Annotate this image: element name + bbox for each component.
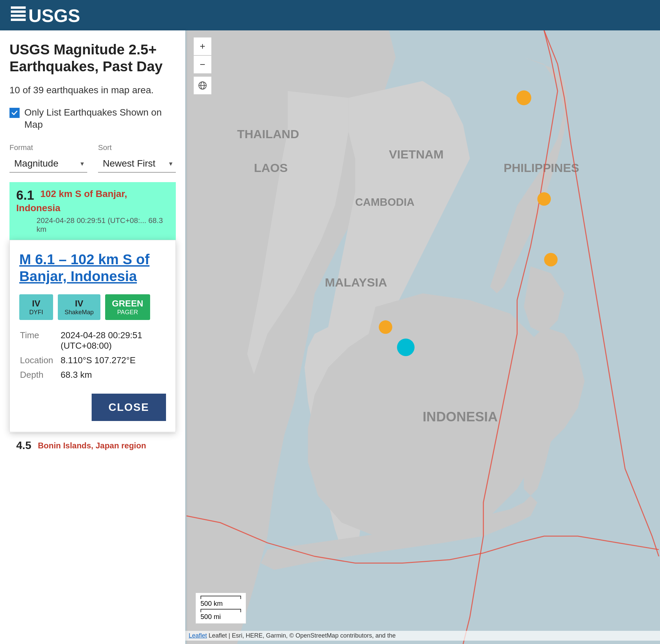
zoom-in-button[interactable]: + <box>193 37 212 55</box>
map-svg: LAOS THAILAND VIETNAM CAMBODIA MALAYSIA … <box>185 30 660 644</box>
shakemap-badge[interactable]: IV ShakeMap <box>58 294 101 320</box>
map-attribution: Leaflet Leaflet | Esri, HERE, Garmin, © … <box>185 631 660 641</box>
dyfi-badge[interactable]: IV DYFI <box>19 294 53 320</box>
time-row: Time 2024-04-28 00:29:51 (UTC+08:00) <box>20 330 165 354</box>
popup-eq-title-link[interactable]: M 6.1 – 102 km S of Banjar, Indonesia <box>19 251 166 285</box>
svg-text:CAMBODIA: CAMBODIA <box>355 196 414 208</box>
close-button[interactable]: CLOSE <box>92 394 166 421</box>
format-group: Format Magnitude Age Distance ▾ <box>9 143 87 172</box>
map-controls: + − <box>193 37 212 95</box>
leaflet-link[interactable]: Leaflet <box>189 632 207 639</box>
depth-row: Depth 68.3 km <box>20 370 165 384</box>
svg-point-14 <box>537 192 551 206</box>
svg-text:THAILAND: THAILAND <box>237 127 299 141</box>
header: USGS <box>0 0 660 30</box>
svg-text:LAOS: LAOS <box>254 161 288 175</box>
filter-checkbox-row: Only List Earthquakes Shown on Map <box>9 107 176 131</box>
svg-point-13 <box>516 91 531 106</box>
format-sort-row: Format Magnitude Age Distance ▾ Sort New… <box>9 143 176 172</box>
svg-text:USGS: USGS <box>28 5 80 25</box>
scale-bar: 500 km 500 mi <box>195 593 246 624</box>
scale-km: 500 km <box>200 600 241 607</box>
format-label: Format <box>9 143 87 152</box>
format-select[interactable]: Magnitude Age Distance <box>9 155 87 172</box>
svg-point-16 <box>379 320 392 334</box>
bottom-eq-title: Bonin Islands, Japan region <box>38 441 146 451</box>
svg-point-15 <box>544 253 557 267</box>
selected-eq-magnitude: 6.1 <box>16 188 34 203</box>
selected-eq-meta: 2024-04-28 00:29:51 (UTC+08:... 68.3 km <box>16 216 169 234</box>
format-select-wrapper: Magnitude Age Distance ▾ <box>9 155 87 172</box>
depth-value: 68.3 km <box>61 370 165 384</box>
usgs-logo: USGS <box>11 5 85 25</box>
page-title: USGS Magnitude 2.5+ Earthquakes, Past Da… <box>9 41 176 75</box>
svg-rect-0 <box>11 6 26 9</box>
sidebar: USGS Magnitude 2.5+ Earthquakes, Past Da… <box>0 30 185 644</box>
main-layout: USGS Magnitude 2.5+ Earthquakes, Past Da… <box>0 30 660 644</box>
sort-select[interactable]: Newest First Oldest First Largest Mag Sm… <box>98 155 176 172</box>
globe-button[interactable] <box>193 76 212 95</box>
location-value: 8.110°S 107.272°E <box>61 355 165 369</box>
only-shown-label: Only List Earthquakes Shown on Map <box>24 107 176 131</box>
time-label: Time <box>20 330 60 354</box>
location-row: Location 8.110°S 107.272°E <box>20 355 165 369</box>
svg-text:INDONESIA: INDONESIA <box>423 409 498 424</box>
sort-group: Sort Newest First Oldest First Largest M… <box>98 143 176 172</box>
selected-eq-list-item[interactable]: 6.1 102 km S of Banjar, Indonesia 2024-0… <box>9 182 176 240</box>
badge-row: IV DYFI IV ShakeMap GREEN PAGER <box>19 294 166 320</box>
sort-select-wrapper: Newest First Oldest First Largest Mag Sm… <box>98 155 176 172</box>
time-value: 2024-04-28 00:29:51 (UTC+08:00) <box>61 330 165 354</box>
attribution-text: Leaflet | Esri, HERE, Garmin, © OpenStre… <box>208 632 396 639</box>
svg-rect-3 <box>11 19 26 21</box>
zoom-out-button[interactable]: − <box>193 55 212 74</box>
map-area[interactable]: LAOS THAILAND VIETNAM CAMBODIA MALAYSIA … <box>185 30 660 644</box>
usgs-logo-svg: USGS <box>11 5 85 25</box>
details-table: Time 2024-04-28 00:29:51 (UTC+08:00) Loc… <box>19 329 166 384</box>
earthquake-count: 10 of 39 earthquakes in map area. <box>9 85 176 96</box>
only-shown-checkbox[interactable] <box>9 108 20 118</box>
svg-text:VIETNAM: VIETNAM <box>389 147 444 161</box>
svg-rect-2 <box>11 15 26 17</box>
sort-label: Sort <box>98 143 176 152</box>
svg-point-17 <box>397 339 415 356</box>
svg-text:MALAYSIA: MALAYSIA <box>325 275 387 289</box>
svg-rect-1 <box>11 10 26 13</box>
globe-icon <box>198 81 207 90</box>
pager-badge[interactable]: GREEN PAGER <box>105 294 150 320</box>
svg-text:PHILIPPINES: PHILIPPINES <box>503 161 579 175</box>
scale-mi: 500 mi <box>200 613 241 621</box>
bottom-eq-list-item[interactable]: 4.5 Bonin Islands, Japan region <box>9 434 176 457</box>
popup-card: M 6.1 – 102 km S of Banjar, Indonesia IV… <box>9 240 176 433</box>
bottom-eq-magnitude: 4.5 <box>16 439 33 452</box>
depth-label: Depth <box>20 370 60 384</box>
location-label: Location <box>20 355 60 369</box>
